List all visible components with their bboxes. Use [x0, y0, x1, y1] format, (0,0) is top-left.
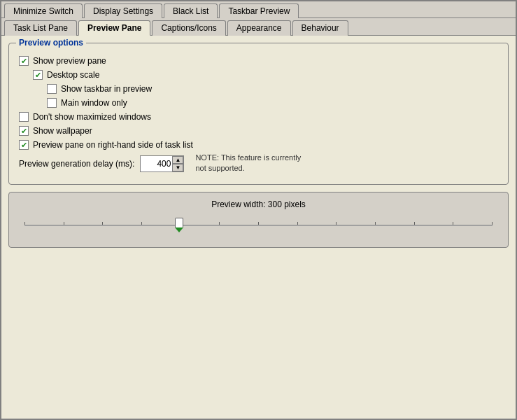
delay-input[interactable] [141, 156, 172, 172]
delay-label: Preview generation delay (ms): [19, 159, 134, 169]
checkbox-3[interactable] [47, 98, 57, 108]
group-title: Preview options [16, 38, 86, 48]
checkbox-2[interactable] [47, 84, 57, 94]
checkbox-label-3: Main window only [61, 98, 127, 108]
tab-black-list[interactable]: Black List [164, 4, 218, 18]
slider-group: Preview width: 300 pixels [8, 192, 509, 248]
note-text: NOTE: This feature is currently not supp… [195, 153, 307, 174]
slider-tick [102, 222, 103, 225]
slider-tick [336, 222, 337, 225]
tab-behaviour[interactable]: Behaviour [292, 20, 348, 36]
slider-tick [141, 222, 142, 225]
tab-row-1: Minimize SwitchDisplay SettingsBlack Lis… [1, 1, 516, 18]
slider-tick [64, 222, 64, 225]
slider-tick [258, 222, 259, 225]
checkbox-label-5: Show wallpaper [33, 126, 92, 136]
delay-row: Preview generation delay (ms): ▲ ▼ [19, 155, 184, 172]
checkbox-row-0: Show preview pane [19, 56, 498, 66]
checkbox-6[interactable] [19, 140, 29, 150]
slider-track [24, 225, 493, 226]
delay-spinner[interactable]: ▲ ▼ [140, 155, 184, 172]
delay-note-row: Preview generation delay (ms): ▲ ▼ NOTE:… [19, 153, 498, 174]
preview-options-group: Preview options Show preview paneDesktop… [8, 43, 509, 185]
checkbox-row-2: Show taskbar in preview [47, 84, 498, 94]
checkbox-5[interactable] [19, 126, 29, 136]
checkbox-row-6: Preview pane on right-hand side of task … [19, 140, 498, 150]
spinner-up-button[interactable]: ▲ [172, 156, 183, 164]
checkbox-row-1: Desktop scale [33, 70, 498, 80]
checkbox-label-6: Preview pane on right-hand side of task … [33, 140, 193, 150]
checkbox-row-3: Main window only [47, 98, 498, 108]
checkbox-row-4: Don't show maximized windows [19, 112, 498, 122]
tab-preview-pane[interactable]: Preview Pane [78, 20, 150, 36]
tab-row-2: Task List PanePreview PaneCaptions/Icons… [1, 18, 516, 36]
slider-tick [414, 222, 415, 225]
spinner-down-button[interactable]: ▼ [172, 164, 183, 172]
slider-tick [219, 222, 220, 225]
tab-minimize-switch[interactable]: Minimize Switch [4, 4, 83, 18]
tab-taskbar-preview[interactable]: Taskbar Preview [219, 4, 299, 18]
checkbox-label-0: Show preview pane [33, 56, 106, 66]
options-list: Show preview paneDesktop scaleShow taskb… [19, 56, 498, 150]
slider-tick [492, 222, 493, 225]
spinner-buttons: ▲ ▼ [172, 156, 183, 172]
thumb-arrow [175, 227, 183, 232]
checkbox-4[interactable] [19, 112, 29, 122]
thumb-top [175, 218, 183, 227]
slider-track-container[interactable] [24, 215, 493, 236]
slider-tick [24, 222, 25, 225]
tab-appearance[interactable]: Appearance [227, 20, 291, 36]
slider-title: Preview width: 300 pixels [19, 200, 498, 209]
tab-rows-container: Minimize SwitchDisplay SettingsBlack Lis… [1, 1, 516, 36]
tab-display-settings[interactable]: Display Settings [84, 4, 162, 18]
slider-tick [375, 222, 376, 225]
checkbox-1[interactable] [33, 70, 43, 80]
checkbox-label-2: Show taskbar in preview [61, 84, 152, 94]
slider-tick [453, 222, 453, 225]
main-window: Minimize SwitchDisplay SettingsBlack Lis… [0, 0, 517, 420]
tab-captions/icons[interactable]: Captions/Icons [152, 20, 225, 36]
checkbox-label-4: Don't show maximized windows [33, 112, 151, 122]
slider-ticks [24, 222, 493, 225]
tab-task-list-pane[interactable]: Task List Pane [4, 20, 77, 36]
checkbox-label-1: Desktop scale [47, 70, 99, 80]
slider-thumb[interactable] [174, 218, 184, 233]
slider-tick [297, 222, 298, 225]
checkbox-row-5: Show wallpaper [19, 126, 498, 136]
checkbox-0[interactable] [19, 56, 29, 66]
content-area: Preview options Show preview paneDesktop… [1, 36, 516, 419]
